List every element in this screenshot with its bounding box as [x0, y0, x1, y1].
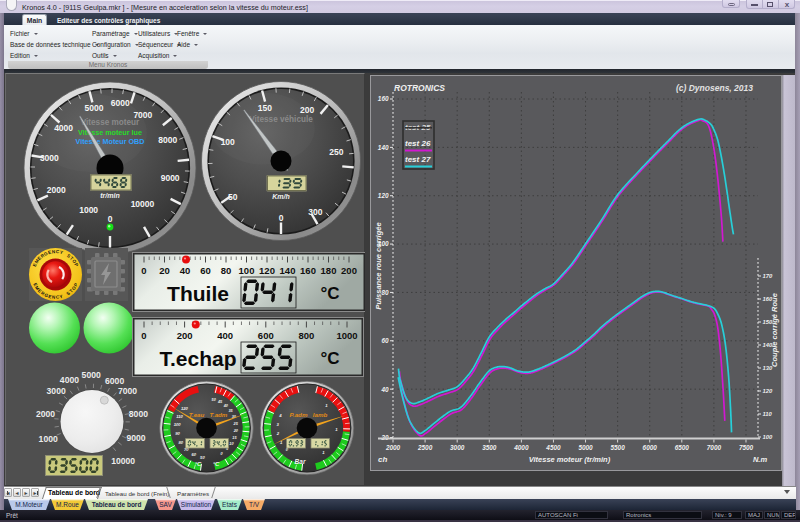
- svg-text:Km/h: Km/h: [272, 193, 290, 200]
- svg-text:0: 0: [279, 213, 284, 223]
- svg-text:1000: 1000: [79, 205, 98, 215]
- svg-text:10000: 10000: [131, 199, 155, 209]
- svg-text:200: 200: [177, 330, 193, 341]
- svg-text:6000: 6000: [643, 444, 658, 451]
- svg-text:60: 60: [200, 265, 211, 276]
- svg-text:250: 250: [329, 147, 343, 157]
- svg-text:7000: 7000: [118, 386, 137, 396]
- svg-text:5000: 5000: [84, 103, 103, 113]
- svg-text:4000: 4000: [60, 375, 79, 385]
- svg-text:3500: 3500: [482, 444, 497, 451]
- svg-text:100: 100: [174, 422, 182, 427]
- svg-text:0: 0: [141, 265, 146, 276]
- svg-text:9000: 9000: [161, 173, 180, 183]
- svg-text:1000: 1000: [39, 434, 58, 444]
- svg-text:200: 200: [341, 265, 357, 276]
- svg-text:80: 80: [221, 265, 232, 276]
- svg-text:200: 200: [300, 105, 314, 115]
- svg-text:5000: 5000: [82, 370, 101, 380]
- svg-text:40: 40: [380, 386, 389, 393]
- svg-text:tr/min: tr/min: [100, 192, 119, 199]
- svg-text:150: 150: [258, 103, 272, 113]
- svg-text:ROTRONICS: ROTRONICS: [394, 83, 445, 93]
- svg-text:T.adm: T.adm: [210, 411, 228, 418]
- svg-text:3000: 3000: [47, 386, 66, 396]
- svg-text:80: 80: [178, 440, 183, 445]
- svg-text:1000: 1000: [336, 330, 357, 341]
- svg-text:8000: 8000: [158, 135, 177, 145]
- svg-text:6000: 6000: [111, 98, 130, 108]
- svg-text:T.echap: T.echap: [159, 347, 236, 370]
- svg-text:Bar: Bar: [295, 458, 306, 465]
- svg-text:100: 100: [763, 434, 773, 440]
- svg-text:120: 120: [259, 265, 275, 276]
- svg-text:120: 120: [763, 388, 773, 394]
- svg-text:2000: 2000: [385, 444, 401, 451]
- svg-text:400: 400: [217, 330, 233, 341]
- svg-text:Vitesse véhicule: Vitesse véhicule: [249, 115, 313, 124]
- svg-text:5500: 5500: [611, 444, 626, 451]
- svg-text:°C: °C: [320, 284, 339, 303]
- svg-text:20: 20: [380, 434, 389, 441]
- svg-text:120: 120: [181, 406, 189, 411]
- svg-text:Couple corrigé Roue: Couple corrigé Roue: [770, 293, 779, 367]
- svg-text:3000: 3000: [450, 444, 465, 451]
- svg-text:2000: 2000: [47, 185, 66, 195]
- svg-text:160: 160: [300, 265, 316, 276]
- svg-text:°C: °C: [195, 461, 202, 467]
- svg-text:20: 20: [159, 265, 170, 276]
- svg-text:5000: 5000: [578, 444, 593, 451]
- svg-text:100: 100: [221, 137, 235, 147]
- svg-text:100: 100: [239, 265, 255, 276]
- svg-text:Thuile: Thuile: [167, 282, 229, 305]
- svg-text:7000: 7000: [707, 444, 722, 451]
- svg-text:50: 50: [200, 455, 205, 460]
- svg-text:(c) Dynosens, 2013: (c) Dynosens, 2013: [676, 83, 753, 93]
- svg-text:test 26: test 26: [405, 139, 431, 148]
- svg-text:N.m: N.m: [753, 455, 768, 464]
- svg-text:6000: 6000: [105, 376, 124, 386]
- svg-text:800: 800: [298, 330, 314, 341]
- svg-text:40: 40: [180, 265, 191, 276]
- svg-text:4000: 4000: [513, 444, 529, 451]
- svg-text:ch: ch: [378, 455, 387, 464]
- svg-text:6500: 6500: [675, 444, 690, 451]
- svg-text:25: 25: [233, 422, 239, 426]
- svg-text:4500: 4500: [545, 444, 561, 451]
- svg-text:Vitesse Moteur OBD: Vitesse Moteur OBD: [76, 137, 145, 146]
- svg-text:P.adm: P.adm: [290, 411, 308, 418]
- svg-text:45: 45: [217, 400, 223, 404]
- svg-text:Vitesse moteur (tr/min): Vitesse moteur (tr/min): [529, 455, 611, 464]
- svg-text:°C: °C: [320, 349, 339, 368]
- svg-text:110: 110: [763, 411, 773, 417]
- svg-text:Vitesse moteur: Vitesse moteur: [81, 118, 140, 127]
- svg-text:60: 60: [381, 337, 389, 344]
- svg-text:40: 40: [223, 404, 229, 408]
- svg-text:°C: °C: [213, 461, 220, 467]
- svg-text:lamb: lamb: [313, 411, 328, 418]
- svg-text:60: 60: [191, 452, 196, 457]
- svg-text:9000: 9000: [126, 433, 145, 443]
- svg-text:180: 180: [321, 265, 337, 276]
- svg-text:120: 120: [378, 192, 389, 199]
- svg-text:Puissance roue corrigée: Puissance roue corrigée: [374, 222, 383, 309]
- svg-text:160: 160: [378, 95, 389, 102]
- svg-text:test 27: test 27: [405, 155, 431, 164]
- svg-text:2000: 2000: [36, 409, 55, 419]
- svg-text:110: 110: [176, 414, 183, 419]
- svg-text:10000: 10000: [111, 456, 135, 466]
- svg-text:300: 300: [308, 207, 322, 217]
- svg-text:7500: 7500: [739, 444, 754, 451]
- svg-text:20: 20: [233, 429, 239, 433]
- svg-text:T.eau: T.eau: [189, 411, 205, 418]
- svg-text:0: 0: [108, 214, 113, 224]
- svg-text:140: 140: [378, 144, 389, 151]
- svg-text:170: 170: [763, 273, 773, 279]
- svg-text:50: 50: [228, 192, 238, 202]
- svg-text:2500: 2500: [417, 444, 433, 451]
- svg-text:600: 600: [258, 330, 274, 341]
- svg-text:3000: 3000: [40, 153, 59, 163]
- svg-text:0: 0: [141, 330, 146, 341]
- svg-text:140: 140: [280, 265, 296, 276]
- svg-text:8000: 8000: [129, 409, 148, 419]
